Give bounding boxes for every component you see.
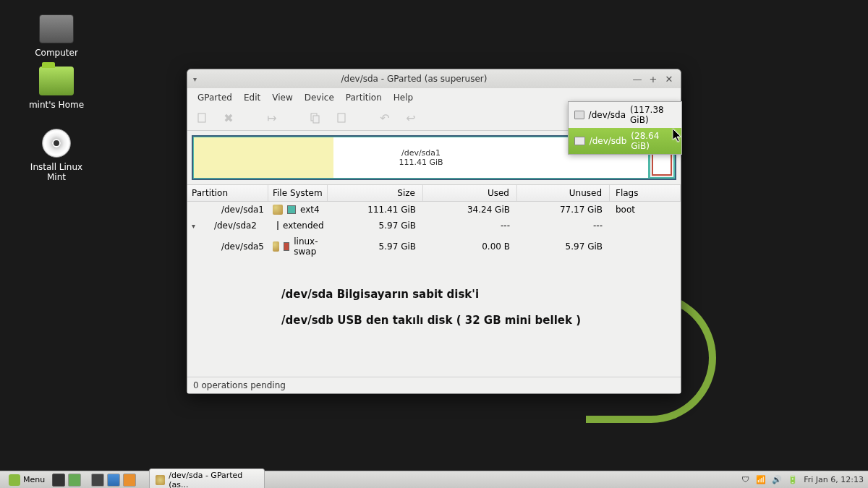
device-option-sda[interactable]: /dev/sda (117.38 GiB): [569, 102, 681, 128]
taskbar-app-label: /dev/sda - GParted (as...: [169, 471, 258, 489]
cell-fs: extended: [268, 219, 328, 232]
row-expander: [187, 245, 197, 248]
app-launcher-button[interactable]: [123, 474, 136, 487]
cell-used: 34.24 GiB: [423, 203, 517, 216]
svg-rect-2: [313, 116, 319, 123]
col-used[interactable]: Used: [423, 185, 517, 201]
file-manager-button[interactable]: [68, 474, 81, 487]
key-icon: [273, 205, 283, 215]
cell-flags: boot: [610, 203, 681, 216]
table-row[interactable]: /dev/sda1 ext4 111.41 GiB 34.24 GiB 77.1…: [187, 202, 681, 218]
fs-swatch-icon: [287, 205, 296, 214]
annotation-text: /dev/sda Bilgisayarın sabit disk'i /dev/…: [187, 260, 681, 377]
window-title: /dev/sda - GParted (as superuser): [201, 74, 627, 84]
disc-icon: [42, 129, 71, 158]
table-row[interactable]: /dev/sda5 linux-swap 5.97 GiB 0.00 B 5.9…: [187, 234, 681, 260]
start-menu-button[interactable]: Menu: [4, 473, 49, 487]
folder-icon: [39, 67, 74, 95]
firefox-button[interactable]: [107, 474, 120, 487]
minimize-button[interactable]: —: [631, 73, 643, 85]
resize-button[interactable]: ↦: [264, 110, 280, 126]
svg-rect-3: [338, 114, 345, 122]
col-flags[interactable]: Flags: [610, 185, 681, 201]
drive-icon: [574, 111, 584, 119]
desktop-icon-install[interactable]: Install Linux Mint: [24, 129, 89, 182]
start-menu-label: Menu: [23, 475, 45, 484]
device-size: (28.64 GiB): [631, 131, 676, 151]
status-text: 0 operations pending: [193, 380, 286, 390]
window-menu-arrow-icon[interactable]: ▾: [193, 75, 197, 83]
cell-flags: [610, 224, 681, 227]
desktop-icon-label: mint's Home: [24, 100, 89, 110]
cell-unused: ---: [517, 219, 610, 232]
col-size[interactable]: Size: [328, 185, 423, 201]
titlebar[interactable]: ▾ /dev/sda - GParted (as superuser) — + …: [187, 69, 681, 88]
drive-icon: [574, 137, 585, 145]
cell-unused: 77.17 GiB: [517, 203, 610, 216]
partition-table: Partition File System Size Used Unused F…: [187, 184, 681, 260]
desktop-icon-computer[interactable]: Computer: [24, 14, 89, 58]
desktop-icon-label: Computer: [24, 48, 89, 58]
menu-edit[interactable]: Edit: [239, 91, 265, 104]
copy-button[interactable]: [307, 110, 323, 126]
volume-icon[interactable]: 🔊: [772, 475, 782, 485]
cell-partition: /dev/sda1: [197, 203, 268, 216]
device-selector-dropdown[interactable]: /dev/sda (117.38 GiB) /dev/sdb (28.64 Gi…: [568, 101, 682, 155]
cell-size: 5.97 GiB: [328, 240, 423, 253]
table-header: Partition File System Size Used Unused F…: [187, 184, 681, 202]
system-tray: 🛡 📶 🔊 🔋 Fri Jan 6, 12:13: [740, 475, 864, 485]
delete-button[interactable]: ✖: [221, 110, 237, 126]
annotation-line: /dev/sdb USB den takılı disk ( 32 GB min…: [281, 307, 587, 333]
apply-button[interactable]: ↩: [403, 110, 419, 126]
device-size: (117.38 GiB): [630, 105, 676, 125]
desktop: Computer mint's Home Install Linux Mint …: [0, 0, 868, 488]
terminal-button[interactable]: [91, 474, 104, 487]
col-partition[interactable]: Partition: [187, 185, 268, 201]
table-row[interactable]: ▾ /dev/sda2 extended 5.97 GiB --- ---: [187, 218, 681, 234]
cell-unused: 5.97 GiB: [517, 240, 610, 253]
col-filesystem[interactable]: File System: [268, 185, 328, 201]
cell-partition: /dev/sda5: [197, 240, 268, 253]
menu-gparted[interactable]: GParted: [193, 91, 237, 104]
partition-block-size: 111.41 GiB: [399, 158, 443, 167]
battery-icon[interactable]: 🔋: [788, 475, 798, 485]
statusbar: 0 operations pending: [187, 377, 681, 393]
network-icon[interactable]: 📶: [756, 475, 766, 485]
clock[interactable]: Fri Jan 6, 12:13: [804, 475, 864, 484]
fs-swatch-icon: [284, 242, 289, 251]
computer-icon: [39, 14, 74, 43]
menu-device[interactable]: Device: [300, 91, 339, 104]
mint-logo-icon: [9, 474, 20, 486]
gparted-window: ▾ /dev/sda - GParted (as superuser) — + …: [187, 69, 681, 394]
cell-flags: [610, 245, 681, 248]
shield-icon[interactable]: 🛡: [740, 475, 750, 485]
row-expander: [187, 208, 197, 211]
desktop-icon-label: Install Linux Mint: [24, 162, 89, 182]
cell-size: 5.97 GiB: [328, 219, 423, 232]
device-option-sdb[interactable]: /dev/sdb (28.64 GiB): [569, 128, 681, 154]
taskbar-app-gparted[interactable]: /dev/sda - GParted (as...: [149, 468, 265, 489]
new-partition-button[interactable]: [195, 110, 210, 126]
menu-view[interactable]: View: [268, 91, 297, 104]
show-desktop-button[interactable]: [52, 474, 65, 487]
taskbar: Menu /dev/sda - GParted (as... 🛡 📶 🔊 🔋 F…: [0, 471, 868, 488]
cell-used: 0.00 B: [423, 240, 517, 253]
cell-used: ---: [423, 219, 517, 232]
cell-size: 111.41 GiB: [328, 203, 423, 216]
cell-fs: ext4: [268, 203, 328, 216]
desktop-icon-home[interactable]: mint's Home: [24, 67, 89, 110]
menu-partition[interactable]: Partition: [341, 91, 386, 104]
maximize-button[interactable]: +: [647, 73, 659, 85]
paste-button[interactable]: [333, 110, 349, 126]
device-path: /dev/sdb: [590, 136, 627, 146]
cell-fs: linux-swap: [268, 235, 328, 258]
row-expander[interactable]: ▾: [187, 221, 197, 231]
col-unused[interactable]: Unused: [517, 185, 610, 201]
close-button[interactable]: ✕: [663, 73, 675, 85]
mouse-cursor-icon: [673, 129, 683, 143]
device-path: /dev/sda: [589, 110, 626, 120]
fs-swatch-icon: [277, 221, 278, 230]
undo-button[interactable]: ↶: [377, 110, 393, 126]
annotation-line: /dev/sda Bilgisayarın sabit disk'i: [281, 281, 587, 307]
menu-help[interactable]: Help: [389, 91, 417, 104]
